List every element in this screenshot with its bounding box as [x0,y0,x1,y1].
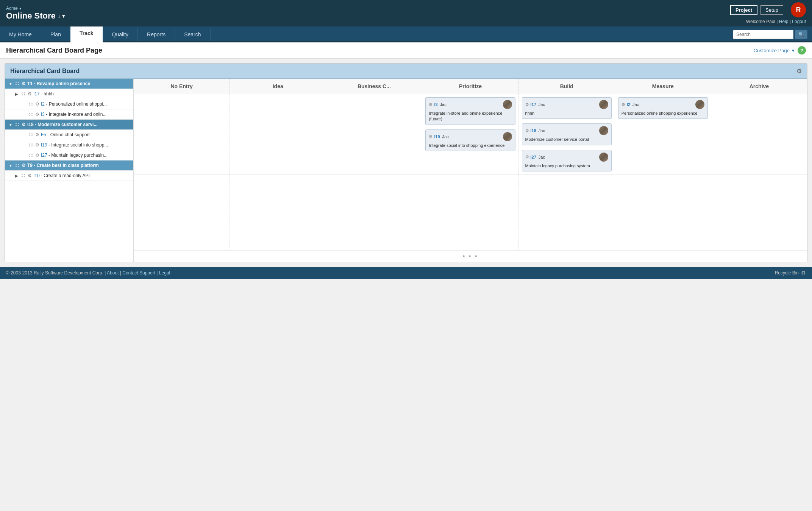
tab-my-home[interactable]: My Home [0,28,41,41]
page-title: Hierarchical Card Board Page [6,47,102,55]
avatar-img-I18-build [599,126,608,135]
drag-handle-I10 [21,173,26,178]
card-id-I18-build[interactable]: I18 [531,128,536,133]
card-I27-build[interactable]: ⚙ I27 Jac Maintain legacy purchasing sys… [522,150,612,171]
logout-link[interactable]: Logout [792,19,806,24]
tree-link-I27[interactable]: I27 [41,153,47,158]
card-I19[interactable]: ⚙ I19 Jac Integrate social into shopping… [425,129,515,151]
board-column-headers: No Entry Idea Business C... Prioritize B… [134,79,807,94]
search-button[interactable]: 🔍 [795,30,807,39]
footer-contact-link[interactable]: Contact Support [122,270,155,276]
tab-reports[interactable]: Reports [138,28,175,41]
card-gear-I18-build[interactable]: ⚙ [525,128,529,133]
recycle-bin-icon[interactable]: ♻ [801,270,806,276]
gear-icon-I10[interactable]: ⚙ [28,173,32,178]
project-name: Online Store [6,11,56,21]
header-left: Acme ▾ Online Store ↓ ▾ [0,0,71,26]
card-id-I17[interactable]: I17 [531,102,536,107]
tree-toggle-T9[interactable]: ▼ [8,163,13,168]
card-gear-I19[interactable]: ⚙ [429,134,433,139]
search-input[interactable] [733,30,793,39]
tree-link-I2[interactable]: I2 [41,101,45,107]
tree-item-I10[interactable]: ▶ ⚙ I10 - Create a read-only API [5,171,133,181]
tree-label-T1: T1 - Revamp online presence [27,81,90,86]
setup-button[interactable]: Setup [760,5,783,15]
tree-item-I19[interactable]: ⚙ I19 - Integrate social into shopp... [5,140,133,150]
tree-link-I18[interactable]: I18 [27,122,34,127]
gear-icon-T9[interactable]: ⚙ [22,163,26,168]
gear-icon-I27[interactable]: ⚙ [35,153,39,158]
board-settings-button[interactable]: ⚙ [796,67,802,75]
drag-handle-T9 [15,163,20,168]
customize-page-link[interactable]: Customize Page ▾ [754,48,795,53]
gear-icon-I3[interactable]: ⚙ [35,112,39,117]
tab-plan[interactable]: Plan [41,28,70,41]
tree-item-I3[interactable]: ⚙ I3 - Integrate in-store and onlin... [5,109,133,120]
gear-icon-T1[interactable]: ⚙ [22,81,26,86]
tree-toggle-I18[interactable]: ▼ [8,122,13,127]
card-I2-measure[interactable]: ⚙ I2 Jac Personalized online shopping ex… [618,97,708,119]
card-I17[interactable]: ⚙ I17 Jac hhhh [522,97,612,119]
card-gear-I3[interactable]: ⚙ [429,102,433,107]
tab-track[interactable]: Track [70,26,103,42]
card-gear-I2-measure[interactable]: ⚙ [621,102,625,107]
gear-icon-F5[interactable]: ⚙ [35,132,39,137]
nav-bar: My Home Plan Track Quality Reports Searc… [0,26,812,42]
gear-icon-I2[interactable]: ⚙ [35,101,39,107]
card-I3[interactable]: ⚙ I3 Jac Integrate in-store and online e… [425,97,515,125]
footer-legal-link[interactable]: Legal [159,270,170,276]
tree-label-I17: I17 - hhhh [33,91,54,97]
tree-link-I17[interactable]: I17 [33,91,40,97]
drag-handle-I18 [15,122,20,127]
tab-search[interactable]: Search [175,28,210,41]
help-button[interactable]: ? [798,46,806,55]
card-id-I3[interactable]: I3 [434,102,437,107]
tree-link-I10[interactable]: I10 [33,173,40,178]
tree-link-I3[interactable]: I3 [41,112,45,117]
tree-item-I17[interactable]: ▶ ⚙ I17 - hhhh [5,89,133,99]
tree-item-T9[interactable]: ▼ ⚙ T9 - Create best in class platform [5,160,133,171]
tree-label-I3: I3 - Integrate in-store and onlin... [41,112,106,117]
project-down-icon[interactable]: ↓ ▾ [58,13,65,19]
tab-quality[interactable]: Quality [103,28,138,41]
tree-item-I18[interactable]: ▼ ⚙ I18 - Modernize customer servi... [5,120,133,130]
tree-item-T1[interactable]: ▼ ⚙ T1 - Revamp online presence [5,79,133,89]
card-id-I2-measure[interactable]: I2 [627,102,630,107]
company-label: Acme ▾ [6,6,65,11]
gear-icon-I17[interactable]: ⚙ [28,91,32,97]
tree-label-T9: T9 - Create best in class platform [27,163,99,168]
footer-about-link[interactable]: About [107,270,119,276]
gear-icon-I19[interactable]: ⚙ [35,142,39,148]
card-gear-I17[interactable]: ⚙ [525,102,529,107]
scroll-indicator: • • • [134,251,807,262]
tree-item-I27[interactable]: ⚙ I27 - Maintain legacy purchasin... [5,150,133,160]
tree-item-I2[interactable]: ⚙ I2 - Personalized online shoppi... [5,99,133,109]
recycle-bin-label: Recycle Bin [775,270,799,276]
card-id-I19[interactable]: I19 [434,134,440,139]
page-header: Hierarchical Card Board Page Customize P… [0,42,812,59]
avatar-I2-measure [695,100,704,109]
tree-item-F5[interactable]: ⚙ F5 - Online chat support [5,130,133,140]
col-header-prioritize: Prioritize [422,79,518,94]
tree-link-F5[interactable]: F5 [41,132,46,137]
tree-toggle-T1[interactable]: ▼ [8,81,13,86]
tree-toggle-I17[interactable]: ▶ [14,91,19,97]
tree-link-T9[interactable]: T9 [27,163,33,168]
tree-toggle-I10[interactable]: ▶ [14,173,19,178]
footer: © 2003-2013 Rally Software Development C… [0,267,812,279]
project-button[interactable]: Project [730,5,757,15]
help-link[interactable]: Help [779,19,789,24]
company-chevron-icon[interactable]: ▾ [19,6,21,11]
card-id-I27-build[interactable]: I27 [531,155,536,159]
project-title: Online Store ↓ ▾ [6,11,65,21]
gear-icon-I18[interactable]: ⚙ [22,122,26,127]
card-gear-I27-build[interactable]: ⚙ [525,154,529,159]
tree-link-I19[interactable]: I19 [41,142,47,148]
tree-link-T1[interactable]: T1 [27,81,33,86]
card-name-I27-build: Jac [539,155,545,159]
card-desc-I3: Integrate in-store and online experience… [429,111,512,122]
card-I19-header: ⚙ I19 Jac [429,132,512,141]
card-I18-build[interactable]: ⚙ I18 Jac Modernize customer service por… [522,123,612,145]
card-I2-measure-header: ⚙ I2 Jac [621,100,704,109]
card-board-container: Hierarchical Card Board ⚙ ▼ ⚙ T1 - Revam… [5,63,807,262]
